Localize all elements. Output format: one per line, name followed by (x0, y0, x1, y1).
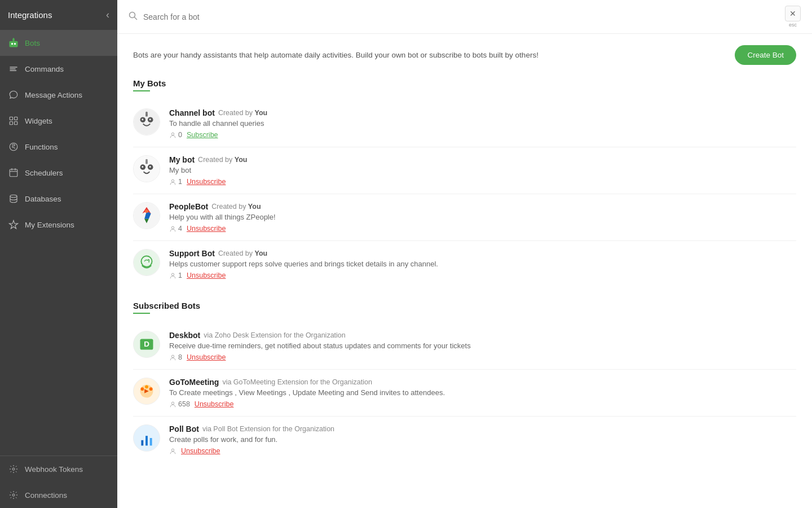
sidebar-item-schedulers[interactable]: Schedulers (0, 160, 117, 186)
bot-creator: You (255, 109, 268, 117)
bot-name-row: PeopleBot Created by You (169, 202, 796, 211)
unsubscribe-button[interactable]: Unsubscribe (181, 447, 220, 455)
bot-description: To handle all channel queries (169, 119, 796, 128)
svg-rect-60 (150, 438, 152, 445)
sidebar-footer-item-label: Connections (25, 491, 67, 500)
bot-item: Poll Bot via Poll Bot Extension for the … (133, 417, 796, 463)
svg-rect-8 (10, 117, 12, 120)
bots-icon (8, 37, 19, 49)
sidebar-item-message-actions[interactable]: Message Actions (0, 82, 117, 108)
svg-point-25 (142, 119, 143, 120)
unsubscribe-button[interactable]: Unsubscribe (195, 400, 233, 408)
widgets-icon (8, 115, 19, 126)
bot-name-row: Poll Bot via Poll Bot Extension for the … (169, 424, 796, 433)
sidebar-item-widgets[interactable]: Widgets (0, 108, 117, 134)
search-bar: ✕ esc (117, 0, 812, 34)
bot-name-row: My bot Created by You (169, 155, 796, 164)
bot-item: Support Bot Created by You Helps custome… (133, 241, 796, 287)
bot-subscriber-count (169, 448, 176, 455)
connections-icon (8, 489, 19, 501)
sidebar-footer-item-label: Webhook Tokens (25, 465, 83, 474)
bot-meta: 1 Unsubscribe (169, 271, 796, 279)
svg-point-36 (145, 159, 148, 161)
svg-point-29 (171, 133, 174, 135)
message-actions-icon (8, 89, 19, 100)
create-bot-button[interactable]: Create Bot (735, 45, 796, 65)
unsubscribe-button[interactable]: Unsubscribe (187, 225, 226, 233)
close-button-area[interactable]: ✕ esc (785, 6, 801, 28)
sidebar-item-label: Message Actions (25, 91, 82, 99)
bot-avatar (133, 249, 160, 276)
bot-name: GoToMeeting (169, 378, 219, 387)
svg-point-18 (12, 468, 15, 470)
my-bots-list: Channel bot Created by You To handle all… (133, 100, 796, 287)
sidebar-item-functions[interactable]: Functions (0, 134, 117, 160)
svg-point-42 (145, 209, 148, 213)
bot-name: Poll Bot (169, 424, 199, 433)
bot-description: To Create meetings , View Meetings , Upd… (169, 388, 796, 397)
bot-avatar: D (133, 331, 160, 358)
bot-item: D Deskbot via Zoho Desk Extension for th… (133, 323, 796, 370)
sidebar-header: Integrations ‹ (0, 0, 117, 30)
sidebar-item-my-extensions[interactable]: My Extensions (0, 212, 117, 238)
my-extensions-icon (8, 219, 19, 230)
bot-info: Deskbot via Zoho Desk Extension for the … (169, 331, 796, 361)
commands-icon (8, 63, 19, 75)
svg-point-28 (145, 112, 148, 114)
bot-avatar (133, 108, 160, 135)
my-bots-section: My Bots Channel bot Created by You To ha… (133, 78, 796, 287)
app-container: Integrations ‹ BotsCommandsMessage Actio… (0, 0, 812, 508)
svg-point-56 (171, 402, 174, 404)
sidebar-item-commands[interactable]: Commands (0, 56, 117, 82)
sidebar-item-databases[interactable]: Databases (0, 186, 117, 212)
bot-created-label: Created by You (198, 156, 247, 164)
svg-point-61 (171, 449, 174, 451)
search-icon (129, 11, 138, 23)
close-button[interactable]: ✕ (785, 6, 801, 21)
svg-rect-9 (15, 117, 17, 120)
sidebar-item-label: My Extensions (25, 221, 74, 229)
description-text: Bots are your handy assistants that help… (133, 51, 735, 59)
bot-info: Support Bot Created by You Helps custome… (169, 249, 796, 279)
bot-name-row: Channel bot Created by You (169, 108, 796, 117)
bot-info: PeopleBot Created by You Help you with a… (169, 202, 796, 233)
subscribed-bots-list: D Deskbot via Zoho Desk Extension for th… (133, 323, 796, 463)
subscribed-bots-section: Subscribed Bots D Deskbot via Zoho Desk … (133, 301, 796, 463)
bot-created-label: Created by You (211, 203, 261, 211)
sidebar-item-label: Bots (25, 39, 40, 47)
bot-item: PeopleBot Created by You Help you with a… (133, 194, 796, 241)
sidebar-item-connections[interactable]: Connections (0, 482, 117, 508)
unsubscribe-button[interactable]: Unsubscribe (187, 271, 226, 279)
subscribed-bots-title: Subscribed Bots (133, 301, 796, 310)
sidebar-item-bots[interactable]: Bots (0, 30, 117, 56)
bot-name: PeopleBot (169, 202, 208, 211)
sidebar-nav: BotsCommandsMessage ActionsWidgetsFuncti… (0, 30, 117, 456)
sidebar-close-button[interactable]: ‹ (106, 9, 109, 21)
svg-point-33 (142, 166, 143, 168)
bot-subscriber-count: 0 (169, 131, 182, 139)
bot-via-label: via Zoho Desk Extension for the Organiza… (204, 331, 346, 339)
bot-info: GoToMeeting via GoToMeeting Extension fo… (169, 378, 796, 408)
svg-rect-11 (15, 122, 17, 125)
bot-meta: 4 Unsubscribe (169, 225, 796, 233)
svg-rect-59 (145, 436, 148, 445)
bot-avatar (133, 155, 160, 182)
search-input[interactable] (143, 12, 779, 21)
svg-rect-0 (10, 41, 18, 47)
bot-creator: You (235, 156, 248, 164)
bot-name: My bot (169, 155, 195, 164)
bot-name-row: Support Bot Created by You (169, 249, 796, 258)
subscribe-button[interactable]: Subscribe (187, 131, 218, 139)
bot-created-label: Created by You (218, 249, 267, 257)
svg-point-46 (171, 273, 174, 275)
schedulers-icon (8, 167, 19, 178)
svg-point-34 (149, 166, 151, 168)
svg-point-37 (171, 179, 174, 182)
databases-icon (8, 193, 19, 204)
unsubscribe-button[interactable]: Unsubscribe (187, 353, 226, 361)
my-bots-title: My Bots (133, 78, 796, 88)
unsubscribe-button[interactable]: Unsubscribe (187, 178, 226, 186)
bot-meta: Unsubscribe (169, 447, 796, 455)
sidebar-item-webhook-tokens[interactable]: Webhook Tokens (0, 456, 117, 482)
bot-meta: 0 Subscribe (169, 131, 796, 139)
